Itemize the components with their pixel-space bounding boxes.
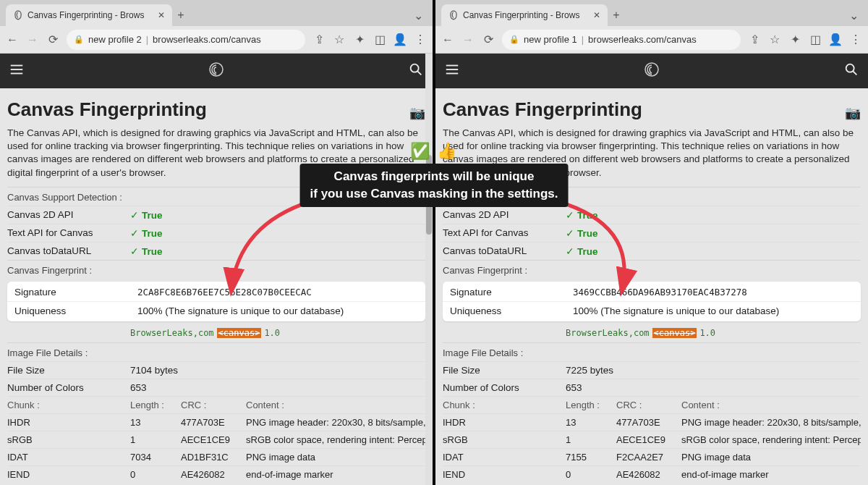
signature-value: 3469CCBB466DA96AB93170EAC4B37278 [573, 287, 747, 298]
avatar-icon[interactable]: 👤 [393, 33, 407, 46]
colors-label: Number of Colors [443, 382, 566, 393]
hamburger-icon[interactable] [444, 62, 460, 80]
chunk-content: PNG image data [246, 452, 425, 463]
new-tab-button[interactable]: + [608, 4, 625, 26]
colors-value: 653 [566, 382, 582, 393]
scrollbar[interactable] [425, 54, 433, 485]
chunk-row: sRGB1AECE1CE9sRGB color space, rendering… [443, 431, 861, 448]
new-tab-button[interactable]: + [172, 4, 190, 26]
chunk-length: 1 [566, 434, 616, 445]
chunk-length: 0 [130, 469, 181, 480]
support-rows: Canvas 2D API✓TrueText API for Canvas✓Tr… [7, 206, 425, 260]
chunk-name: IDAT [443, 452, 566, 463]
chunk-content: PNG image data [681, 452, 861, 463]
support-row: Canvas 2D API✓True [7, 206, 425, 224]
support-value: ✓True [566, 227, 598, 239]
annotation-line2: if you use Canvas masking in the setting… [310, 187, 558, 201]
sidepanel-icon[interactable]: ◫ [373, 33, 386, 46]
star-icon[interactable]: ☆ [333, 33, 346, 46]
share-icon[interactable]: ⇪ [312, 33, 326, 46]
reload-button[interactable]: ⟳ [482, 33, 495, 46]
annotation-emojis: ✅ 👍 [410, 142, 458, 161]
canvas-preview-tag: <canvas> [652, 328, 697, 338]
file-size-value: 7104 bytes [130, 365, 178, 376]
support-row: Text API for Canvas✓True [7, 224, 425, 242]
browser-tab[interactable]: Canvas Fingerprinting - Brows ✕ [6, 4, 172, 26]
chunk-content: sRGB color space, rendering intent: Perc… [246, 434, 425, 445]
search-icon[interactable] [408, 62, 424, 80]
profile-chip[interactable]: new profile 2 [88, 34, 142, 45]
signature-label: Signature [14, 287, 137, 298]
chunk-name: sRGB [7, 434, 130, 445]
back-button[interactable]: ← [6, 33, 19, 46]
chunk-crc: AECE1CE9 [616, 434, 681, 445]
browser-window-left: Canvas Fingerprinting - Brows ✕ + ⌄ ← → … [0, 0, 433, 485]
image-details-label: Image File Details : [443, 342, 861, 361]
support-key: Canvas 2D API [443, 209, 566, 221]
fingerprint-icon [448, 10, 459, 20]
chunk-crc: AD1BF31C [181, 452, 246, 463]
chunk-col-length: Length : [566, 400, 616, 410]
chunk-col-content: Content : [246, 400, 425, 410]
fingerprint-section-label: Canvas Fingerprint : [443, 260, 861, 279]
kebab-menu-icon[interactable]: ⋮ [849, 33, 862, 46]
hamburger-icon[interactable] [9, 62, 25, 80]
puzzle-icon[interactable]: ✦ [353, 33, 366, 46]
chunk-length: 13 [566, 417, 616, 428]
address-bar[interactable]: 🔒 new profile 1 | browserleaks.com/canva… [502, 30, 741, 50]
svg-point-10 [846, 64, 854, 72]
chunk-col-name: Chunk : [7, 400, 130, 410]
camera-icon[interactable]: 📷 [409, 105, 425, 121]
url-text: browserleaks.com/canvas [588, 34, 697, 45]
close-icon[interactable]: ✕ [593, 10, 600, 20]
reload-button[interactable]: ⟳ [46, 33, 59, 46]
profile-chip[interactable]: new profile 1 [524, 34, 577, 45]
camera-icon[interactable]: 📷 [845, 105, 861, 121]
lock-icon: 🔒 [509, 35, 519, 44]
chunk-header-row: Chunk : Length : CRC : Content : [443, 396, 861, 413]
fingerprint-logo-icon [643, 61, 660, 81]
browser-tab[interactable]: Canvas Fingerprinting - Brows ✕ [441, 4, 608, 26]
chevron-down-icon[interactable]: ⌄ [845, 4, 862, 26]
chunk-name: IEND [7, 469, 130, 480]
uniqueness-label: Uniqueness [450, 305, 573, 316]
chunk-row: sRGB1AECE1CE9sRGB color space, rendering… [7, 431, 425, 448]
close-icon[interactable]: ✕ [158, 10, 165, 20]
chunk-col-name: Chunk : [443, 400, 566, 410]
star-icon[interactable]: ☆ [768, 33, 781, 46]
puzzle-icon[interactable]: ✦ [788, 33, 801, 46]
chunk-content: end-of-image marker [681, 469, 861, 480]
kebab-menu-icon[interactable]: ⋮ [414, 33, 427, 46]
tab-strip: Canvas Fingerprinting - Brows ✕ + ⌄ [0, 0, 433, 26]
sidepanel-icon[interactable]: ◫ [809, 33, 822, 46]
chevron-down-icon[interactable]: ⌄ [409, 4, 427, 26]
tab-title: Canvas Fingerprinting - Brows [463, 10, 589, 20]
chunk-header-row: Chunk : Length : CRC : Content : [7, 396, 425, 413]
chunk-length: 7034 [130, 452, 181, 463]
support-key: Canvas toDataURL [7, 245, 130, 257]
support-key: Canvas toDataURL [443, 245, 566, 257]
share-icon[interactable]: ⇪ [748, 33, 761, 46]
browser-toolbar: ← → ⟳ 🔒 new profile 2 | browserleaks.com… [0, 26, 433, 54]
chunk-row: IEND0AE426082end-of-image marker [7, 465, 425, 483]
colors-value: 653 [130, 382, 147, 393]
uniqueness-value: 100% (The signature is unique to our dat… [137, 305, 344, 316]
back-button[interactable]: ← [441, 33, 454, 46]
search-icon[interactable] [843, 62, 859, 80]
page-title: Canvas Fingerprinting [443, 98, 642, 121]
forward-button[interactable]: → [461, 33, 475, 46]
chunk-length: 0 [566, 469, 616, 480]
chunk-crc: 477A703E [616, 417, 681, 428]
address-bar[interactable]: 🔒 new profile 2 | browserleaks.com/canva… [67, 30, 305, 50]
fingerprint-icon [13, 10, 23, 20]
avatar-icon[interactable]: 👤 [829, 33, 842, 46]
chunk-length: 13 [130, 417, 181, 428]
chunk-row: IDAT7155F2CAA2E7PNG image data [443, 448, 861, 465]
support-value: ✓True [566, 209, 598, 221]
forward-button[interactable]: → [26, 33, 39, 46]
chunk-col-crc: CRC : [181, 400, 246, 410]
annotation-line1: Canvas fingerprints will be unique [334, 169, 535, 183]
chunk-crc: 477A703E [181, 417, 246, 428]
colors-label: Number of Colors [7, 382, 130, 393]
svg-point-4 [411, 64, 419, 72]
